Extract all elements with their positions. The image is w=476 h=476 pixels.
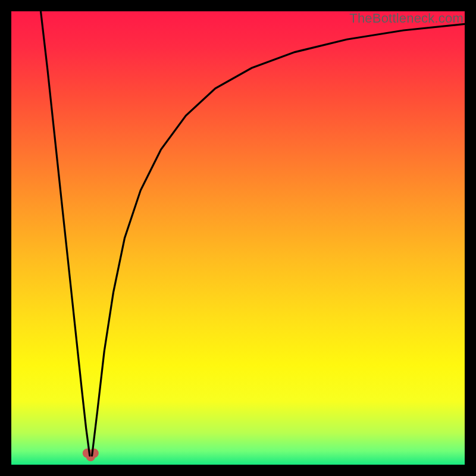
watermark-text: TheBottleneck.com bbox=[349, 11, 464, 26]
svg-point-2 bbox=[86, 452, 95, 461]
chart-frame: TheBottleneck.com bbox=[11, 11, 465, 465]
gradient-background bbox=[11, 11, 465, 465]
bottleneck-chart bbox=[11, 11, 465, 465]
